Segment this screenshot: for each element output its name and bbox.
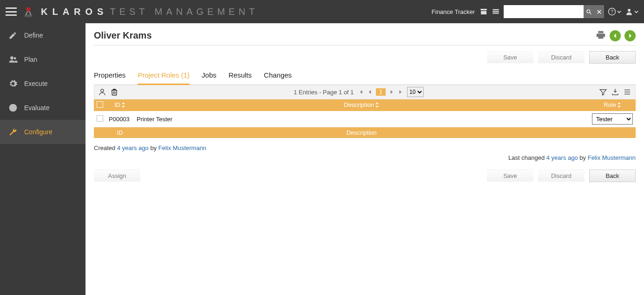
first-page-icon[interactable] (357, 89, 364, 95)
changed-by-link[interactable]: Felix Mustermann (588, 154, 636, 161)
sidebar-item-plan[interactable]: Plan (0, 47, 85, 72)
users-icon (8, 55, 18, 64)
created-meta: Created 4 years ago by Felix Mustermann (94, 144, 636, 151)
export-icon[interactable] (611, 88, 619, 96)
help-menu[interactable]: ? (608, 7, 621, 16)
print-button[interactable] (596, 30, 606, 41)
search-clear-button[interactable] (594, 5, 604, 18)
col-header-id[interactable]: ID (106, 99, 134, 111)
sort-icon (617, 102, 621, 109)
menu-icon[interactable] (623, 88, 631, 96)
user-menu[interactable] (625, 7, 638, 16)
footer-id: ID (106, 127, 134, 138)
chart-icon (8, 103, 18, 112)
help-icon: ? (608, 7, 616, 16)
svg-point-12 (10, 56, 13, 59)
role-select[interactable]: Tester (592, 113, 633, 125)
svg-rect-3 (493, 11, 499, 12)
menu-toggle-icon[interactable] (6, 7, 17, 16)
sidebar-item-label: Plan (24, 56, 37, 63)
select-all-checkbox[interactable] (97, 101, 103, 108)
filter-icon[interactable] (599, 88, 607, 96)
sidebar-item-label: Configure (24, 128, 53, 136)
gear-icon (8, 79, 18, 88)
chevron-down-icon (617, 10, 621, 14)
cell-description: Printer Tester (134, 111, 589, 127)
user-icon (625, 7, 633, 16)
trash-icon[interactable] (110, 88, 118, 96)
tab-project-roles[interactable]: Project Roles (1) (138, 68, 190, 85)
brand-main: KLAROS (41, 7, 108, 17)
print-icon (596, 30, 606, 40)
sidebar-item-execute[interactable]: Execute (0, 72, 85, 96)
tab-properties[interactable]: Properties (94, 68, 125, 85)
back-button[interactable]: Back (589, 51, 636, 64)
sidebar-item-evaluate[interactable]: Evaluate (0, 96, 85, 120)
footer-description: Description (134, 127, 589, 138)
svg-point-13 (14, 57, 16, 59)
roles-table: ID Description Role P00003 Printer Teste… (94, 99, 636, 138)
chevron-down-icon (634, 10, 638, 14)
svg-point-5 (587, 10, 590, 13)
next-record-button[interactable] (624, 30, 636, 41)
svg-point-1 (26, 7, 31, 12)
search-input[interactable] (504, 5, 584, 18)
tab-changes[interactable]: Changes (264, 68, 292, 85)
svg-rect-2 (493, 9, 499, 10)
search-button[interactable] (584, 5, 594, 18)
save-button[interactable]: Save (487, 51, 533, 64)
edit-icon (8, 31, 18, 40)
discard-button-bottom[interactable]: Discard (538, 170, 585, 182)
sort-icon (375, 102, 379, 109)
brand-sub: TEST MANAGEMENT (110, 7, 258, 17)
col-header-description[interactable]: Description (134, 99, 589, 111)
created-time-link[interactable]: 4 years ago (117, 144, 149, 151)
tab-jobs[interactable]: Jobs (202, 68, 217, 85)
pagination-summary: 1 Entries - Page 1 of 1 (294, 89, 354, 96)
back-button-bottom[interactable]: Back (589, 170, 636, 182)
row-checkbox[interactable] (97, 115, 103, 122)
content-area: Oliver Krams Save Discard Back Propertie… (85, 23, 644, 295)
sort-icon (121, 102, 125, 109)
svg-text:?: ? (611, 9, 613, 14)
prev-record-button[interactable] (610, 30, 621, 41)
sidebar-item-define[interactable]: Define (0, 23, 85, 47)
next-page-icon[interactable] (388, 89, 395, 95)
assign-button[interactable]: Assign (94, 170, 140, 182)
tab-bar: Properties Project Roles (1) Jobs Result… (94, 68, 636, 85)
current-page: 1 (376, 88, 386, 96)
search-box (504, 5, 604, 18)
sidebar: Define Plan Execute Evaluate Configure (0, 23, 85, 295)
page-size-select[interactable]: 10 (407, 87, 424, 97)
created-by-link[interactable]: Felix Mustermann (158, 144, 206, 151)
discard-button[interactable]: Discard (538, 51, 585, 64)
sidebar-item-label: Execute (24, 80, 48, 87)
table-row: P00003 Printer Tester Tester (94, 111, 636, 127)
sidebar-item-configure[interactable]: Configure (0, 120, 85, 144)
user-outline-icon[interactable] (98, 88, 106, 96)
changed-meta: Last changed 4 years ago by Felix Muster… (94, 154, 636, 161)
app-logo-icon (22, 6, 34, 18)
svg-point-0 (24, 14, 33, 18)
col-header-role[interactable]: Role (589, 99, 636, 111)
topbar: KLAROS TEST MANAGEMENT Finance Tracker ? (0, 0, 644, 23)
last-page-icon[interactable] (398, 89, 404, 95)
sidebar-item-label: Evaluate (24, 104, 49, 111)
sidebar-item-label: Define (24, 32, 43, 39)
svg-rect-4 (493, 13, 499, 13)
context-label: Finance Tracker (432, 8, 475, 15)
cell-id: P00003 (106, 111, 134, 127)
svg-point-11 (628, 9, 631, 12)
svg-point-14 (101, 89, 104, 92)
changed-time-link[interactable]: 4 years ago (546, 154, 578, 161)
svg-line-6 (590, 13, 591, 14)
archive-icon[interactable] (480, 7, 488, 16)
tab-results[interactable]: Results (229, 68, 252, 85)
table-toolbar: 1 Entries - Page 1 of 1 1 10 (94, 85, 636, 99)
list-icon[interactable] (492, 7, 500, 16)
wrench-icon (8, 127, 18, 137)
save-button-bottom[interactable]: Save (487, 170, 533, 182)
page-title: Oliver Krams (94, 30, 596, 41)
prev-page-icon[interactable] (367, 89, 373, 95)
arrow-left-icon (612, 33, 618, 39)
